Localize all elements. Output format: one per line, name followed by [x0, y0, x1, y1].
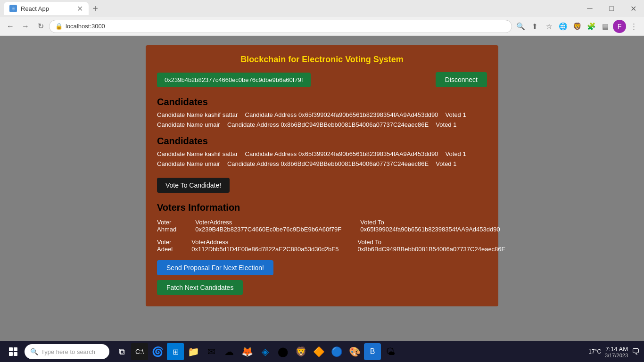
- candidate-voted-1-1: Voted 1: [442, 111, 466, 118]
- vscode-icon[interactable]: ◈: [256, 343, 273, 360]
- address-text: localhost:3000: [66, 23, 105, 30]
- vote-button[interactable]: Vote To Candidate!: [157, 178, 230, 193]
- voter-label-2: Voter Adeel: [157, 239, 173, 253]
- apps-icon[interactable]: ⊞: [167, 343, 184, 360]
- tab-favicon: ⚛: [9, 5, 17, 12]
- reload-button[interactable]: ↻: [34, 20, 47, 33]
- extension-icon[interactable]: 🧩: [585, 20, 598, 33]
- candidate-address-2-1: Candidate Address 0x65f399024fa90b6561b8…: [241, 150, 438, 157]
- candidate-name-label-1-1: Candidate Name kashif sattar: [157, 111, 238, 118]
- voter-address-block-2: VoterAddress 0x112Dbb5d1D4F00e86d7822aE2…: [191, 239, 339, 253]
- candidate-name-label-1-2: Candidate Name umair: [157, 121, 220, 128]
- voter-voted-to-block-2: Voted To 0x8b6BdC949BBebb0081B54006a0773…: [358, 239, 506, 253]
- tab-bar: ⚛ React App ✕ +: [0, 0, 644, 17]
- lock-icon: 🔒: [55, 23, 63, 30]
- system-clock: 7:14 AM 3/17/2023: [605, 346, 628, 358]
- edge-icon[interactable]: 🌀: [149, 343, 166, 360]
- weather-icon[interactable]: 🌤: [382, 343, 399, 360]
- candidates-section-2: Candidates Candidate Name kashif sattar …: [157, 136, 487, 167]
- brave-icon[interactable]: 🦁: [570, 20, 584, 33]
- taskbar: 🔍 Type here to search ⧉ C:\ 🌀 ⊞ 📁 ✉ ☁ 🦊 …: [0, 341, 644, 362]
- taskbar-search[interactable]: 🔍 Type here to search: [25, 344, 109, 359]
- proposal-button[interactable]: Send Proposal For Next Election!: [157, 260, 273, 275]
- minimize-button[interactable]: ─: [579, 0, 601, 17]
- candidate-voted-2-1: Voted 1: [442, 150, 466, 157]
- explorer-icon[interactable]: 📁: [185, 343, 202, 360]
- mail-icon[interactable]: ✉: [203, 343, 220, 360]
- globe-icon[interactable]: 🌐: [556, 20, 570, 33]
- close-button[interactable]: ✕: [622, 0, 644, 17]
- voter-voted-to-block-1: Voted To 0x65f399024fa90b6561b82398354fA…: [360, 219, 500, 233]
- task-view-icon[interactable]: ⧉: [113, 343, 130, 360]
- share-icon[interactable]: ⬆: [528, 20, 541, 33]
- browser-taskbar-icon[interactable]: B: [364, 343, 381, 360]
- start-button[interactable]: [4, 343, 23, 360]
- candidates-section-1: Candidates Candidate Name kashif sattar …: [157, 97, 487, 128]
- new-tab-button[interactable]: +: [89, 2, 102, 15]
- tab-title: React App: [21, 5, 73, 12]
- candidate-row-1-1: Candidate Name kashif sattar Candidate A…: [157, 111, 487, 118]
- address-bar[interactable]: 🔒 localhost:3000: [49, 20, 512, 33]
- voter-block-1: Voter Ahmad VoterAddress 0x239B4B2b82377…: [157, 219, 487, 233]
- candidate-address-label-1-1: Candidate Address 0x65f399024fa90b6561b8…: [241, 111, 438, 118]
- temp-display: 17°C: [588, 348, 601, 355]
- menu-icon[interactable]: ⋮: [627, 20, 640, 33]
- maximize-button[interactable]: □: [601, 0, 622, 17]
- voter-block-2: Voter Adeel VoterAddress 0x112Dbb5d1D4F0…: [157, 239, 487, 253]
- fetch-candidates-button[interactable]: Fatch Next Candidates: [157, 280, 243, 295]
- voter-info-row-1: Voter Ahmad VoterAddress 0x239B4B2b82377…: [157, 219, 487, 233]
- candidates-title-2: Candidates: [157, 136, 487, 147]
- paint-icon[interactable]: 🎨: [346, 343, 363, 360]
- wallet-address: 0x239b4b2b82377c4660ec0be76c9dbe9b6a60f7…: [157, 73, 311, 87]
- clock-date: 3/17/2023: [605, 353, 628, 358]
- app-container: Blockchain for Electronic Voting System …: [146, 45, 498, 306]
- bookmark-icon[interactable]: ☆: [542, 20, 555, 33]
- taskbar-right: 17°C 7:14 AM 3/17/2023 🗨: [588, 346, 640, 358]
- forward-button[interactable]: →: [19, 20, 32, 33]
- candidate-name-2-1: Candidate Name kashif sattar: [157, 150, 238, 157]
- voter-label-1: Voter Ahmad: [157, 219, 176, 233]
- candidates-title-1: Candidates: [157, 97, 487, 107]
- brave-taskbar-icon[interactable]: 🦁: [292, 343, 309, 360]
- voter-info-row-2: Voter Adeel VoterAddress 0x112Dbb5d1D4F0…: [157, 239, 487, 253]
- tab-close-button[interactable]: ✕: [77, 4, 83, 13]
- chrome-icon[interactable]: ⬤: [274, 343, 291, 360]
- wallet-row: 0x239b4b2b82377c4660ec0be76c9dbe9b6a60f7…: [157, 72, 487, 87]
- onedrive-icon[interactable]: ☁: [221, 343, 238, 360]
- candidate-row-1-2: Candidate Name umair Candidate Address 0…: [157, 121, 487, 128]
- system-tray: 17°C: [588, 348, 601, 355]
- candidate-voted-1-2: Voted 1: [432, 121, 456, 128]
- notification-icon[interactable]: 🗨: [632, 347, 640, 357]
- active-tab[interactable]: ⚛ React App ✕: [4, 2, 89, 15]
- candidate-name-2-2: Candidate Name umair: [157, 160, 220, 167]
- browser-chrome: ─ □ ✕ ⚛ React App ✕ + ← → ↻ 🔒 localhost:…: [0, 0, 644, 36]
- browser-controls: ← → ↻ 🔒 localhost:3000 🔍 ⬆ ☆ 🌐 🦁 🧩 ▤ F ⋮: [0, 17, 644, 36]
- windows-logo-icon: [9, 347, 17, 356]
- candidate-row-2-2: Candidate Name umair Candidate Address 0…: [157, 160, 487, 167]
- search-icon: 🔍: [30, 348, 38, 355]
- candidate-address-2-2: Candidate Address 0x8b6BdC949BBebb0081B5…: [224, 160, 429, 167]
- chrome2-icon[interactable]: 🔵: [328, 343, 345, 360]
- candidate-address-label-1-2: Candidate Address 0x8b6BdC949BBebb0081B5…: [224, 121, 429, 128]
- voters-section: Voters Information Voter Ahmad VoterAddr…: [157, 202, 487, 253]
- voters-title: Voters Information: [157, 202, 487, 213]
- disconnect-button[interactable]: Disconnect: [436, 72, 487, 87]
- sidebar-toggle-icon[interactable]: ▤: [599, 20, 612, 33]
- firefox-icon[interactable]: 🦊: [239, 343, 256, 360]
- page-content: Blockchain for Electronic Voting System …: [0, 36, 644, 341]
- profile-icon[interactable]: F: [613, 20, 626, 33]
- search-placeholder-text: Type here to search: [41, 348, 95, 355]
- candidate-row-2-1: Candidate Name kashif sattar Candidate A…: [157, 150, 487, 157]
- window-controls: ─ □ ✕: [579, 0, 644, 17]
- vlc-icon[interactable]: 🔶: [310, 343, 327, 360]
- voter-address-block-1: VoterAddress 0x239B4B2b82377C4660Ec0be76…: [195, 219, 341, 233]
- terminal-icon[interactable]: C:\: [131, 343, 148, 360]
- clock-time: 7:14 AM: [605, 346, 628, 353]
- taskbar-app-icons: ⧉ C:\ 🌀 ⊞ 📁 ✉ ☁ 🦊 ◈ ⬤ 🦁 🔶 🔵 🎨 B 🌤: [113, 343, 399, 360]
- app-title: Blockchain for Electronic Voting System: [157, 55, 487, 65]
- search-toolbar-icon[interactable]: 🔍: [514, 20, 527, 33]
- toolbar-icons: 🔍 ⬆ ☆ 🌐 🦁 🧩 ▤ F ⋮: [514, 20, 640, 33]
- back-button[interactable]: ←: [4, 20, 17, 33]
- candidate-voted-2-2: Voted 1: [432, 160, 456, 167]
